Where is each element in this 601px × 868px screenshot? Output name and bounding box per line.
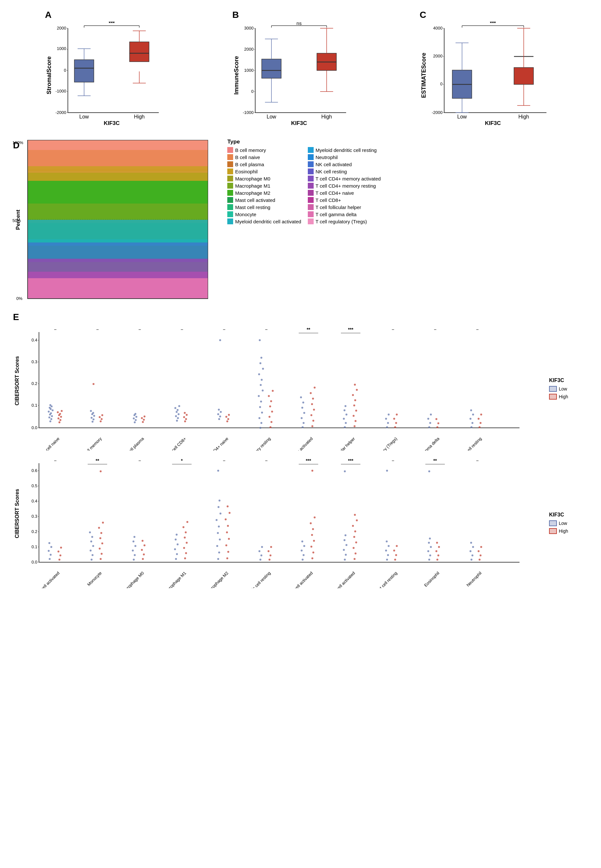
svg-text:−: − [476,458,479,463]
svg-point-376 [186,521,188,523]
svg-rect-50 [262,59,281,78]
svg-point-440 [354,514,356,516]
svg-point-416 [310,546,312,548]
svg-point-463 [435,550,437,552]
chart-a: StromalScore 2000 0 -2000 1000 -1000 [45,22,169,129]
svg-point-391 [225,544,227,546]
svg-point-396 [229,512,230,514]
e-bottom-legend: KIF3C Low High [549,458,588,589]
svg-text:−: − [180,327,183,332]
svg-point-173 [134,421,136,423]
svg-text:−: − [138,327,141,332]
stacked-bar-chart [23,139,211,301]
svg-text:−: − [223,458,225,463]
svg-rect-86 [514,67,534,84]
svg-point-245 [311,403,313,405]
svg-point-385 [220,513,221,515]
svg-point-338 [91,536,93,538]
svg-point-286 [470,418,471,420]
svg-point-394 [227,525,229,527]
svg-point-228 [269,405,271,407]
stacked-y-0: 0% [16,296,22,301]
svg-text:***: *** [348,327,354,332]
svg-text:-1000: -1000 [243,110,253,115]
svg-point-152 [59,419,61,421]
svg-point-380 [216,545,218,547]
svg-text:1000: 1000 [244,68,253,73]
svg-point-255 [343,409,345,411]
svg-point-372 [186,542,188,544]
svg-point-242 [312,420,314,422]
svg-text:3000: 3000 [244,26,253,30]
svg-point-262 [354,399,356,401]
svg-point-157 [57,411,59,413]
svg-point-268 [387,422,389,424]
svg-point-439 [356,519,358,521]
svg-point-178 [134,413,136,415]
svg-point-329 [58,551,59,553]
svg-point-341 [101,553,102,555]
svg-point-333 [91,559,93,560]
svg-point-357 [143,553,145,556]
panel-c-label: C [420,10,426,20]
svg-point-205 [227,418,229,420]
e-bottom-legend-high: High [549,528,588,534]
svg-point-334 [92,554,93,556]
svg-point-324 [48,550,50,552]
svg-point-201 [220,411,222,413]
svg-text:4000: 4000 [433,26,442,30]
svg-point-170 [99,416,101,418]
svg-point-348 [100,471,102,472]
svg-point-277 [429,422,431,424]
svg-point-241 [311,425,313,427]
svg-point-459 [429,538,431,539]
svg-point-215 [258,395,260,397]
svg-text:1000: 1000 [57,46,66,51]
svg-point-226 [268,416,270,418]
svg-point-339 [89,531,91,533]
svg-point-451 [396,545,398,547]
svg-point-247 [310,392,312,394]
svg-point-176 [136,416,137,418]
svg-point-163 [93,415,95,417]
svg-text:NK cell resting: NK cell resting [460,436,482,451]
svg-point-414 [311,557,313,559]
svg-point-203 [219,339,221,341]
svg-point-450 [393,550,395,551]
svg-text:T cell gamma delta: T cell gamma delta [412,436,441,451]
svg-point-151 [58,421,60,423]
svg-point-175 [133,417,135,419]
svg-point-367 [175,539,177,541]
e-bottom-legend-title: KIF3C [549,512,588,518]
svg-point-269 [385,418,387,420]
svg-point-213 [259,406,261,408]
svg-text:T cell CD4+ memory resting: T cell CD4+ memory resting [231,436,272,451]
svg-point-381 [219,539,221,541]
svg-point-447 [386,470,388,472]
svg-point-264 [356,389,358,391]
svg-point-400 [261,554,262,556]
svg-point-193 [185,418,187,420]
svg-point-352 [132,550,134,551]
svg-text:***: *** [306,458,311,463]
svg-text:High: High [518,114,529,119]
panel-a: A StromalScore 2000 0 -2000 1000 -1000 [45,10,169,129]
svg-point-358 [141,549,143,551]
svg-point-141 [48,416,50,419]
svg-text:KIF3C: KIF3C [104,120,119,126]
svg-point-438 [352,525,354,527]
svg-point-285 [471,422,473,424]
svg-point-455 [429,554,431,556]
svg-point-354 [133,541,134,542]
svg-point-327 [58,559,60,560]
d-legend: Type B cell memory B cell naive B cell p… [227,139,381,302]
svg-point-356 [142,558,144,560]
svg-point-403 [268,559,270,560]
svg-point-258 [355,420,357,422]
svg-point-473 [480,554,482,556]
section-e: E CIBERSORT Scores 0.0 0.1 0.2 0.3 [13,312,588,589]
svg-point-353 [134,545,136,547]
svg-point-179 [142,421,144,423]
svg-point-469 [470,550,471,552]
svg-point-237 [303,412,305,414]
